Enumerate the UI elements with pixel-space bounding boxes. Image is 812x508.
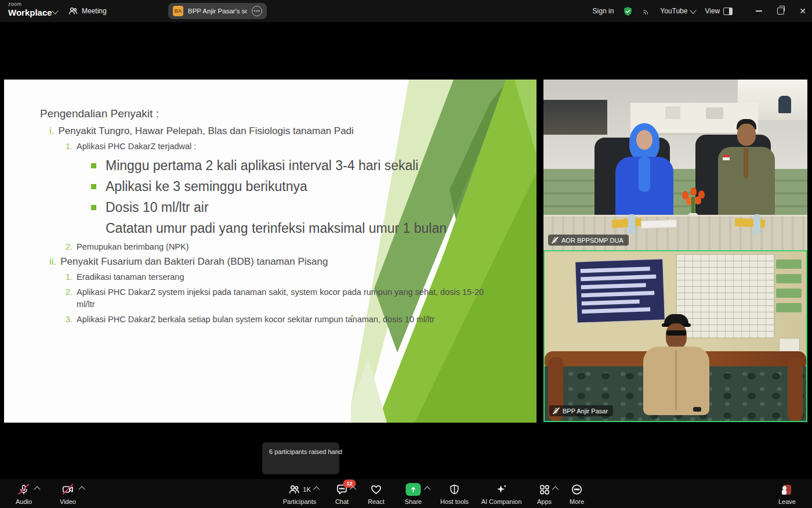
slide-line: 1.Aplikasi PHC DakarZ terjadwal : [4, 140, 536, 153]
minimize-button[interactable] [756, 10, 762, 12]
participants-button[interactable]: 1K Participants [278, 483, 321, 505]
chat-label: Chat [335, 498, 349, 505]
mic-muted-icon [553, 407, 559, 415]
video-button[interactable]: Video [55, 483, 81, 505]
chevron-up-icon[interactable] [34, 486, 40, 492]
live-stream-icon [642, 7, 651, 16]
participant-name-badge: AOR BPPSDMP DUA [548, 235, 629, 246]
list-marker: 3. [66, 315, 72, 324]
chevron-down-icon[interactable] [52, 8, 58, 14]
toolbar-left-group: Audio Video [10, 483, 81, 505]
wall-board-chart [575, 259, 665, 322]
leave-label: Leave [778, 498, 796, 505]
zoom-meeting-window: zoom Workplace Meeting BA BPP Anjir Pasa… [0, 0, 812, 508]
slide-line: Catatan umur padi yang terinfeksi maksim… [4, 221, 536, 236]
background-person [778, 96, 791, 113]
chevron-down-icon [690, 7, 697, 13]
view-label: View [705, 7, 720, 15]
security-shield-icon[interactable] [623, 6, 633, 16]
presentation-slide: Pengendalian Penyakit : i.Penyakit Tungr… [4, 80, 536, 423]
slide-line-text: Pemupukan berimbang (NPK) [77, 241, 188, 253]
host-tools-button[interactable]: Host tools [437, 483, 472, 505]
window-controls: ✕ [756, 7, 806, 15]
brand-workplace: Workplace [8, 8, 52, 17]
yellow-folder [735, 218, 766, 228]
close-button[interactable]: ✕ [799, 7, 806, 15]
apps-button[interactable]: Apps [531, 483, 558, 505]
slide-text: Pengendalian Penyakit : i.Penyakit Tungr… [4, 107, 536, 329]
lanyard [744, 148, 748, 178]
ai-companion-button[interactable]: AI Companion [480, 483, 524, 505]
sign-in-button[interactable]: Sign in [593, 7, 614, 15]
more-button[interactable]: More [566, 483, 589, 505]
video-tile-bpp-anjir-pasar[interactable]: BPP Anjir Pasar [543, 250, 807, 422]
view-button[interactable]: View [705, 7, 733, 15]
list-marker: ii. [49, 256, 56, 268]
meeting-toolbar: Audio Video 1K Participants [0, 479, 812, 508]
chat-button[interactable]: 12 Chat [329, 483, 356, 505]
slide-line: ii.Penyakit Fusarium dan Bakteri Darah (… [4, 256, 536, 268]
ai-companion-label: AI Companion [481, 498, 522, 505]
react-label: React [368, 498, 385, 505]
toolbar-center-group: 1K Participants 12 Chat React [278, 483, 589, 505]
youtube-menu[interactable]: YouTube [660, 7, 695, 15]
slide-line: 2.Pemupukan berimbang (NPK) [4, 241, 536, 253]
host-tools-label: Host tools [440, 498, 469, 505]
youtube-label: YouTube [660, 7, 687, 15]
back-desk [543, 100, 607, 135]
scarf [639, 157, 650, 192]
chevron-up-icon[interactable] [552, 486, 558, 492]
slide-line: Aplikasi ke 3 seminggu berikutnya [4, 179, 536, 194]
react-button[interactable]: React [363, 483, 390, 505]
participant-name: BPP Anjir Pasar [563, 408, 608, 415]
slide-line: 2.Aplikasi PHC DakarZ system injeksi pad… [4, 286, 536, 311]
slide-line-text: Aplikasi PHC DakarZ berkala setiap bulan… [77, 314, 434, 326]
share-button[interactable]: Share [397, 483, 430, 505]
zoom-workplace-logo: zoom Workplace [8, 2, 52, 17]
list-marker: 2. [66, 287, 72, 297]
chevron-up-icon[interactable] [424, 486, 430, 492]
slide-line-text: Dosis 10 ml/ltr air [106, 200, 209, 215]
participants-icon [288, 484, 299, 495]
face [636, 130, 652, 150]
list-marker: 2. [66, 242, 72, 251]
audio-button[interactable]: Audio [10, 483, 37, 505]
share-label: Share [405, 498, 422, 505]
video-tile-aor-bppsdmp-dua[interactable]: AOR BPPSDMP DUA [543, 80, 807, 250]
slide-line-text: Eradikasi tanaman terserang [77, 271, 184, 283]
tab-options-icon[interactable]: ••• [252, 6, 262, 16]
mic-muted-icon [552, 236, 558, 244]
sunglasses [666, 330, 686, 336]
bullet-square [91, 205, 96, 210]
tab-shared-screen[interactable]: BA BPP Anjir Pasar's screen ••• [168, 3, 267, 19]
slide-line-text: Aplikasi PHC DakarZ terjadwal : [77, 140, 196, 153]
participant-man-cap [637, 314, 713, 421]
share-screen-icon [406, 483, 421, 496]
raised-hands-tooltip: 6 participants raised hand [262, 442, 339, 474]
bullet-square [91, 184, 96, 189]
list-marker: 1. [66, 142, 72, 151]
audio-label: Audio [16, 498, 32, 505]
apps-icon [539, 484, 550, 495]
chevron-up-icon[interactable] [78, 486, 85, 492]
slide-line-text: Catatan umur padi yang terinfeksi maksim… [106, 221, 447, 236]
tab-meeting-label: Meeting [82, 7, 107, 15]
tulips [690, 188, 697, 196]
video-frame [543, 80, 807, 250]
flag-patch [723, 155, 730, 160]
shared-screen-area: Pengendalian Penyakit : i.Penyakit Tungr… [4, 70, 536, 428]
water-bottle [628, 214, 635, 234]
slide-line-text: Penyakit Tungro, Hawar Pelepah, Blas dan… [59, 125, 354, 137]
sparkle-icon [496, 484, 507, 495]
green-cards [776, 260, 802, 323]
slide-lines: i.Penyakit Tungro, Hawar Pelepah, Blas d… [4, 125, 536, 326]
more-label: More [570, 498, 584, 505]
list-marker: 1. [66, 272, 72, 282]
tab-meeting[interactable]: Meeting [68, 0, 107, 22]
maximize-button[interactable] [777, 8, 784, 15]
chevron-up-icon[interactable] [313, 486, 320, 492]
leave-button[interactable]: Leave [774, 483, 800, 505]
video-label: Video [60, 498, 76, 505]
slide-line-text: Penyakit Fusarium dan Bakteri Darah (BDB… [60, 256, 328, 268]
face [666, 323, 687, 349]
